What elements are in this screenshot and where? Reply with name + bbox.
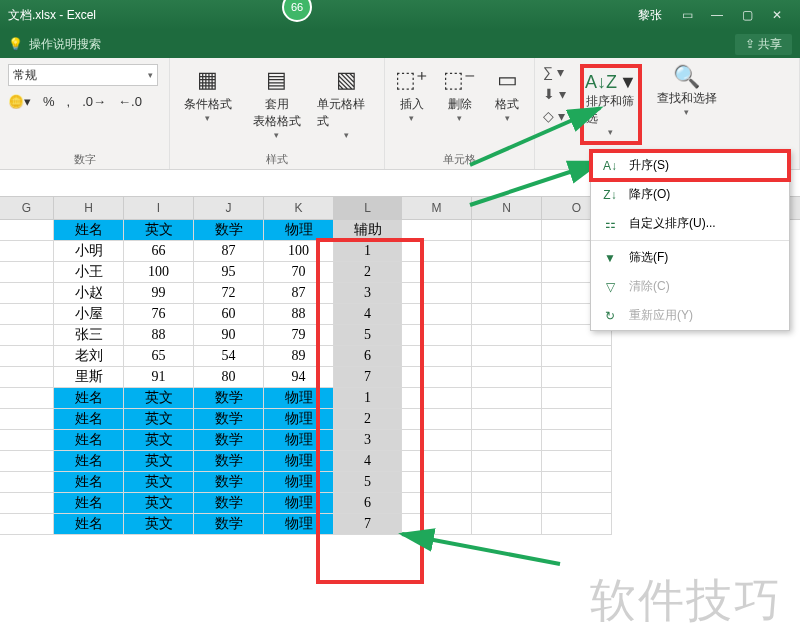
table-row[interactable]: 姓名英文数学物理6: [0, 493, 800, 514]
cell-styles-button[interactable]: ▧ 单元格样式 ▾: [317, 64, 376, 140]
table-row[interactable]: 姓名英文数学物理4: [0, 451, 800, 472]
cell[interactable]: 1: [334, 388, 402, 409]
cell[interactable]: 姓名: [54, 220, 124, 241]
comma-icon[interactable]: ,: [67, 94, 71, 109]
cell[interactable]: 姓名: [54, 514, 124, 535]
cell[interactable]: 数学: [194, 451, 264, 472]
menu-filter[interactable]: ▼ 筛选(F): [591, 243, 789, 272]
cell[interactable]: [542, 367, 612, 388]
cell[interactable]: 数学: [194, 220, 264, 241]
cell[interactable]: [542, 430, 612, 451]
cell[interactable]: [402, 430, 472, 451]
cell[interactable]: [472, 346, 542, 367]
cell[interactable]: [0, 472, 54, 493]
menu-custom-sort[interactable]: ⚏ 自定义排序(U)...: [591, 209, 789, 238]
cell[interactable]: [402, 346, 472, 367]
cell[interactable]: 物理: [264, 472, 334, 493]
cell[interactable]: 英文: [124, 514, 194, 535]
user-name[interactable]: 黎张: [638, 7, 662, 24]
col-header-H[interactable]: H: [54, 197, 124, 219]
cell[interactable]: [0, 283, 54, 304]
cell[interactable]: [472, 367, 542, 388]
ribbon-display-icon[interactable]: ▭: [672, 8, 702, 22]
col-header-G[interactable]: G: [0, 197, 54, 219]
cell[interactable]: [0, 493, 54, 514]
cell[interactable]: [542, 514, 612, 535]
insert-button[interactable]: ⬚⁺ 插入 ▾: [393, 64, 431, 123]
cell[interactable]: 5: [334, 472, 402, 493]
cell[interactable]: [0, 241, 54, 262]
cell[interactable]: 7: [334, 514, 402, 535]
cell[interactable]: [0, 388, 54, 409]
cell[interactable]: [472, 430, 542, 451]
cell[interactable]: [542, 493, 612, 514]
cell[interactable]: [0, 430, 54, 451]
table-row[interactable]: 姓名英文数学物理7: [0, 514, 800, 535]
cell[interactable]: 72: [194, 283, 264, 304]
cell[interactable]: 英文: [124, 220, 194, 241]
table-format-button[interactable]: ▤ 套用 表格格式 ▾: [247, 64, 306, 140]
menu-sort-asc[interactable]: A↓ 升序(S): [591, 151, 789, 180]
cell[interactable]: 89: [264, 346, 334, 367]
cell[interactable]: 姓名: [54, 493, 124, 514]
cell[interactable]: [402, 241, 472, 262]
cell[interactable]: [0, 451, 54, 472]
cell[interactable]: [402, 493, 472, 514]
cell[interactable]: 姓名: [54, 409, 124, 430]
cell[interactable]: 小赵: [54, 283, 124, 304]
cell[interactable]: 数学: [194, 493, 264, 514]
cell[interactable]: 姓名: [54, 472, 124, 493]
cell[interactable]: 数学: [194, 388, 264, 409]
cell[interactable]: 88: [264, 304, 334, 325]
currency-icon[interactable]: 🪙▾: [8, 94, 31, 109]
cell[interactable]: 英文: [124, 409, 194, 430]
cell[interactable]: [472, 262, 542, 283]
cell[interactable]: 小王: [54, 262, 124, 283]
cell[interactable]: [402, 304, 472, 325]
cell[interactable]: [0, 325, 54, 346]
cell[interactable]: 姓名: [54, 388, 124, 409]
cell[interactable]: [472, 220, 542, 241]
cell[interactable]: 5: [334, 325, 402, 346]
cell[interactable]: 数学: [194, 409, 264, 430]
cell[interactable]: 54: [194, 346, 264, 367]
share-button[interactable]: ⇪ 共享: [735, 34, 792, 55]
maximize-icon[interactable]: ▢: [732, 8, 762, 22]
cell[interactable]: [402, 283, 472, 304]
cell[interactable]: [542, 472, 612, 493]
cell[interactable]: 90: [194, 325, 264, 346]
cell[interactable]: 数学: [194, 430, 264, 451]
decrease-decimal-icon[interactable]: ←.0: [118, 94, 142, 109]
col-header-L[interactable]: L: [334, 197, 402, 219]
cell[interactable]: [402, 388, 472, 409]
cell[interactable]: [0, 262, 54, 283]
close-icon[interactable]: ✕: [762, 8, 792, 22]
cell[interactable]: 99: [124, 283, 194, 304]
cell[interactable]: 3: [334, 430, 402, 451]
cell[interactable]: [542, 388, 612, 409]
cell[interactable]: 英文: [124, 388, 194, 409]
col-header-J[interactable]: J: [194, 197, 264, 219]
cell[interactable]: [402, 472, 472, 493]
cell[interactable]: [0, 346, 54, 367]
cell[interactable]: 80: [194, 367, 264, 388]
cell[interactable]: [402, 514, 472, 535]
cell[interactable]: 英文: [124, 430, 194, 451]
autosum-icon[interactable]: ∑ ▾: [543, 64, 566, 80]
cell[interactable]: 数学: [194, 472, 264, 493]
cell[interactable]: 100: [264, 241, 334, 262]
fill-icon[interactable]: ⬇ ▾: [543, 86, 566, 102]
cell[interactable]: [0, 367, 54, 388]
cell[interactable]: 3: [334, 283, 402, 304]
table-row[interactable]: 姓名英文数学物理2: [0, 409, 800, 430]
cell[interactable]: [542, 451, 612, 472]
cell[interactable]: [472, 283, 542, 304]
cell[interactable]: 2: [334, 262, 402, 283]
cell[interactable]: 英文: [124, 451, 194, 472]
cell[interactable]: 70: [264, 262, 334, 283]
cell[interactable]: 英文: [124, 493, 194, 514]
cell[interactable]: 6: [334, 493, 402, 514]
cell[interactable]: [472, 241, 542, 262]
cell[interactable]: 物理: [264, 220, 334, 241]
cell[interactable]: 6: [334, 346, 402, 367]
